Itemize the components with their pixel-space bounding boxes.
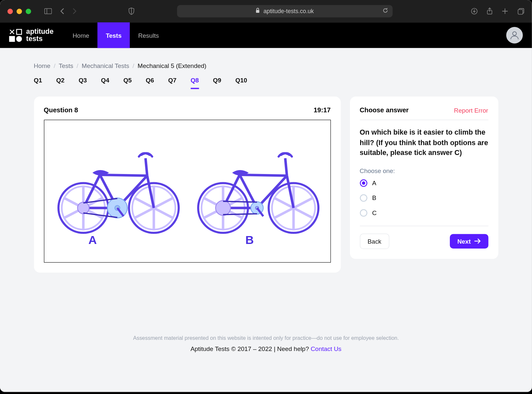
fullscreen-window-icon[interactable] <box>26 9 31 14</box>
forward-icon[interactable] <box>73 8 77 14</box>
report-error-link[interactable]: Report Error <box>454 107 488 114</box>
logo-text: aptitudetests <box>26 28 53 42</box>
crumb-current: Mechanical 5 (Extended) <box>138 62 206 69</box>
radio-icon <box>360 209 367 217</box>
share-icon[interactable] <box>487 8 493 15</box>
sidebar-toggle-icon[interactable] <box>44 8 52 14</box>
back-icon[interactable] <box>60 8 64 14</box>
arrow-right-icon <box>474 238 481 244</box>
radio-icon <box>360 194 367 202</box>
nav-home[interactable]: Home <box>64 22 98 48</box>
footer-copyright: Aptitude Tests © 2017 – 2022 | Need help… <box>191 345 311 352</box>
browser-window: aptitude-tests.co.uk <box>0 0 532 392</box>
option-b[interactable]: B <box>360 194 488 202</box>
answer-options: A B C <box>360 179 488 226</box>
tab-q2[interactable]: Q2 <box>56 77 64 89</box>
choose-one-label: Choose one: <box>360 167 488 174</box>
site-header: aptitudetests Home Tests Results <box>0 22 532 48</box>
question-timer: 19:17 <box>314 106 331 114</box>
tab-q9[interactable]: Q9 <box>213 77 221 89</box>
footer: Assessment material presented on this we… <box>34 273 498 362</box>
minimize-window-icon[interactable] <box>16 9 22 14</box>
main-nav: Home Tests Results <box>64 22 167 48</box>
contact-link[interactable]: Contact Us <box>311 345 341 352</box>
browser-chrome: aptitude-tests.co.uk <box>0 0 532 22</box>
svg-rect-3 <box>256 10 260 13</box>
footer-disclaimer: Assessment material presented on this we… <box>34 335 498 341</box>
option-label: A <box>372 180 376 186</box>
bike-b-label: B <box>245 233 254 247</box>
avatar[interactable] <box>506 27 523 43</box>
answer-card: Choose answer Report Error On which bike… <box>350 97 498 259</box>
bike-b-illustration: B <box>191 133 323 249</box>
nav-results[interactable]: Results <box>130 22 167 48</box>
svg-line-22 <box>154 208 174 218</box>
svg-line-51 <box>293 197 313 208</box>
nav-tests[interactable]: Tests <box>98 22 130 48</box>
page-body: Home / Tests / Mechanical Tests / Mechan… <box>0 48 532 392</box>
question-text: On which bike is it easier to climb the … <box>360 128 488 158</box>
shield-icon[interactable] <box>128 8 135 15</box>
svg-line-24 <box>154 197 174 208</box>
option-label: C <box>372 209 377 216</box>
option-label: B <box>372 194 376 201</box>
tab-q3[interactable]: Q3 <box>79 77 87 89</box>
question-image: A <box>44 120 331 263</box>
breadcrumb: Home / Tests / Mechanical Tests / Mechan… <box>34 56 498 73</box>
reload-icon[interactable] <box>382 8 388 15</box>
traffic-lights <box>8 9 31 14</box>
tabs-overview-icon[interactable] <box>518 8 524 15</box>
tab-q10[interactable]: Q10 <box>235 77 247 89</box>
question-label: Question 8 <box>44 106 78 114</box>
option-a[interactable]: A <box>360 179 488 187</box>
crumb-mechanical[interactable]: Mechanical Tests <box>81 62 129 69</box>
tab-q1[interactable]: Q1 <box>34 77 42 89</box>
back-button[interactable]: Back <box>360 234 389 249</box>
tab-q7[interactable]: Q7 <box>168 77 176 89</box>
tab-q6[interactable]: Q6 <box>146 77 154 89</box>
radio-icon <box>360 179 367 187</box>
svg-rect-0 <box>45 9 52 14</box>
answer-title: Choose answer <box>360 106 409 114</box>
lock-icon <box>256 8 260 14</box>
bike-a-label: A <box>88 233 97 247</box>
svg-line-31 <box>146 158 147 175</box>
logo-mark-icon <box>9 29 22 42</box>
crumb-tests[interactable]: Tests <box>59 62 73 69</box>
tab-q4[interactable]: Q4 <box>101 77 109 89</box>
option-c[interactable]: C <box>360 209 488 217</box>
svg-point-8 <box>513 32 516 35</box>
crumb-home[interactable]: Home <box>34 62 50 69</box>
svg-point-61 <box>216 200 230 215</box>
next-button[interactable]: Next <box>450 234 488 249</box>
user-icon <box>509 30 520 41</box>
downloads-icon[interactable] <box>471 8 477 15</box>
svg-rect-7 <box>518 9 523 14</box>
tab-q5[interactable]: Q5 <box>123 77 131 89</box>
svg-line-50 <box>273 208 293 218</box>
site-logo[interactable]: aptitudetests <box>9 28 54 42</box>
address-bar[interactable]: aptitude-tests.co.uk <box>177 5 392 17</box>
svg-line-53 <box>240 175 287 176</box>
svg-line-23 <box>134 208 154 218</box>
bike-a-illustration: A <box>51 133 184 249</box>
svg-point-34 <box>78 202 89 213</box>
svg-line-49 <box>293 208 313 218</box>
svg-line-26 <box>100 175 147 176</box>
svg-line-58 <box>285 158 287 175</box>
tab-q8[interactable]: Q8 <box>191 77 199 89</box>
new-tab-icon[interactable] <box>502 8 508 15</box>
address-url: aptitude-tests.co.uk <box>264 8 314 14</box>
question-card: Question 8 19:17 <box>34 97 341 273</box>
close-window-icon[interactable] <box>8 9 13 14</box>
question-tabs: Q1 Q2 Q3 Q4 Q5 Q6 Q7 Q8 Q9 Q10 <box>34 73 498 97</box>
